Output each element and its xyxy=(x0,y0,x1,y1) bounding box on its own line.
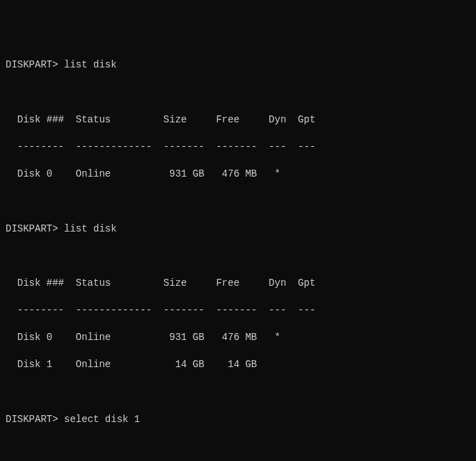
command-text: list disk xyxy=(64,59,117,70)
div-disk-num: -------- xyxy=(6,141,64,152)
prompt: DISKPART> xyxy=(6,414,58,425)
cell-size: 931 GB xyxy=(111,168,204,179)
cell-size: 14 GB xyxy=(111,359,204,370)
cell-free: 14 GB xyxy=(205,359,257,370)
col-free: Free xyxy=(187,114,239,125)
col-dyn: Dyn xyxy=(239,277,286,289)
blank-line xyxy=(6,440,470,454)
prompt: DISKPART> xyxy=(6,223,58,234)
div-dyn: --- xyxy=(257,141,286,152)
div-status: ------------- xyxy=(64,305,152,316)
blank-line xyxy=(6,250,470,264)
blank-line xyxy=(6,86,470,100)
div-size: ------- xyxy=(152,141,205,152)
cell-disk-num: Disk 1 xyxy=(6,359,52,370)
div-gpt: --- xyxy=(286,141,315,152)
cell-size: 931 GB xyxy=(111,332,204,343)
div-free: ------- xyxy=(205,141,257,152)
cell-status: Online xyxy=(52,359,111,370)
table-divider-row: -------- ------------- ------- ------- -… xyxy=(6,304,470,318)
div-dyn: --- xyxy=(257,305,286,316)
col-free: Free xyxy=(187,277,239,289)
blank-line xyxy=(6,195,470,209)
cell-disk-num: Disk 0 xyxy=(6,168,52,179)
div-gpt: --- xyxy=(286,305,315,316)
cell-free: 476 MB xyxy=(205,332,257,343)
cell-status: Online xyxy=(52,332,111,343)
blank-line xyxy=(6,386,470,400)
table-header-row: Disk ### Status Size Free Dyn Gpt xyxy=(6,277,470,291)
col-status: Status xyxy=(64,114,111,125)
table-row: Disk 0 Online 931 GB 476 MB * xyxy=(6,331,470,345)
table-header-row: Disk ### Status Size Free Dyn Gpt xyxy=(6,113,470,127)
table-row: Disk 1 Online 14 GB 14 GB xyxy=(6,358,470,372)
cell-free: 476 MB xyxy=(205,168,257,179)
cell-dyn: * xyxy=(257,332,280,343)
cell-disk-num: Disk 0 xyxy=(6,332,52,343)
command-text: list disk xyxy=(64,223,117,234)
col-gpt: Gpt xyxy=(286,277,315,289)
col-disk-num: Disk ### xyxy=(6,277,64,289)
command-text: select disk 1 xyxy=(64,414,140,425)
cmd-line-select-disk: DISKPART> select disk 1 xyxy=(6,413,470,427)
table-divider-row: -------- ------------- ------- ------- -… xyxy=(6,140,470,154)
col-size: Size xyxy=(111,277,187,289)
div-status: ------------- xyxy=(64,141,152,152)
cmd-line-list-disk-2: DISKPART> list disk xyxy=(6,223,470,236)
col-gpt: Gpt xyxy=(286,114,315,125)
cmd-line-list-disk-1: DISKPART> list disk xyxy=(6,58,470,72)
col-disk-num: Disk ### xyxy=(6,114,64,125)
cell-status: Online xyxy=(52,168,111,179)
col-status: Status xyxy=(64,277,111,289)
div-size: ------- xyxy=(152,305,205,316)
div-disk-num: -------- xyxy=(6,305,64,316)
col-dyn: Dyn xyxy=(239,114,286,125)
prompt: DISKPART> xyxy=(6,59,58,70)
col-size: Size xyxy=(111,114,187,125)
table-row: Disk 0 Online 931 GB 476 MB * xyxy=(6,168,470,181)
cell-dyn: * xyxy=(257,168,280,179)
div-free: ------- xyxy=(205,305,257,316)
